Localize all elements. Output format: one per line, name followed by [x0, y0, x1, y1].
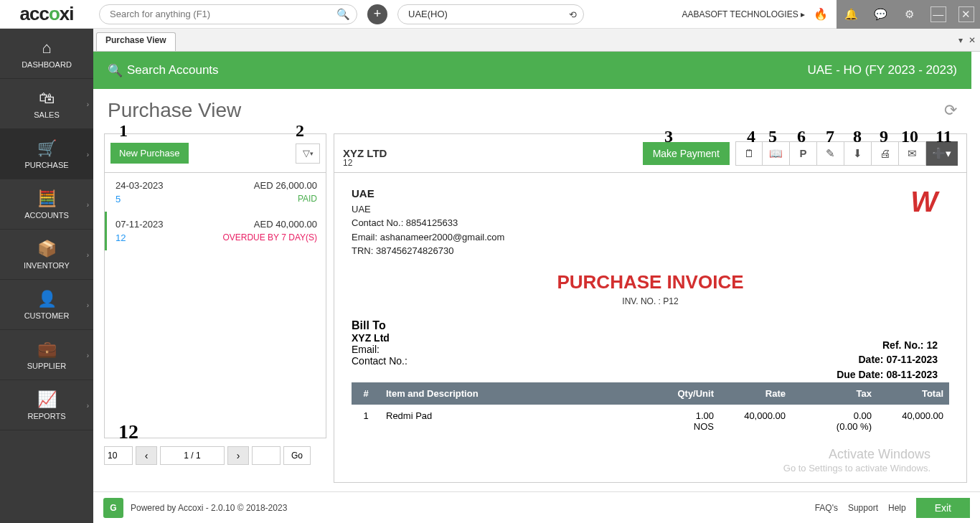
- col-total: Total: [877, 382, 949, 405]
- company-name[interactable]: AABASOFT TECHNOLOGIES ▸: [682, 9, 805, 19]
- nav-reports[interactable]: 📈REPORTS›: [0, 380, 93, 430]
- detail-header: XYZ LTD 12 3 4 5 6 7 8 9 10 11 Make Paym…: [334, 133, 967, 173]
- item-number: 12: [116, 232, 126, 243]
- chart-icon: 📈: [37, 390, 57, 409]
- item-amount: AED 40,000.00: [254, 219, 317, 230]
- new-purchase-button[interactable]: New Purchase: [110, 143, 189, 164]
- ref-no: Ref. No.: 12: [837, 338, 938, 352]
- windows-watermark: Activate Windows Go to Settings to activ…: [783, 446, 930, 475]
- page-jump-input[interactable]: [252, 446, 281, 465]
- support-link[interactable]: Support: [848, 503, 878, 513]
- list-item[interactable]: 24-03-2023AED 26,000.00 5PAID: [105, 173, 326, 212]
- search-icon[interactable]: 🔍: [336, 8, 350, 21]
- detail-actions: Make Payment 🗒 📖 P ✎ ⬇ 🖨 ✉ ➕▾: [643, 141, 958, 166]
- company-country: UAE: [352, 202, 949, 217]
- make-payment-button[interactable]: Make Payment: [643, 142, 730, 165]
- item-date: 24-03-2023: [116, 180, 164, 191]
- nav-label: SALES: [34, 110, 59, 119]
- home-icon: ⌂: [42, 39, 51, 57]
- faq-link[interactable]: FAQ's: [815, 503, 838, 513]
- tab-close-icon[interactable]: ✕: [969, 35, 976, 45]
- nav-accounts[interactable]: 🧮ACCOUNTS›: [0, 179, 93, 230]
- refresh-icon[interactable]: ⟳: [944, 101, 957, 120]
- item-status: PAID: [298, 194, 317, 204]
- fiscal-year-label: UAE - HO (FY 2023 - 2023): [808, 63, 958, 77]
- powered-by: Powered by Accoxi - 2.0.10 © 2018-2023: [131, 503, 287, 513]
- nav-supplier[interactable]: 💼SUPPLIER›: [0, 330, 93, 380]
- prev-page-button[interactable]: ‹: [136, 446, 157, 465]
- edit-icon[interactable]: ✎: [817, 141, 844, 166]
- bag-icon: 🛍: [39, 89, 55, 108]
- nav-label: CUSTOMER: [24, 311, 70, 320]
- help-link[interactable]: Help: [888, 503, 906, 513]
- table-row: 1 Redmi Pad 1.00 NOS 40,000.00 0.00 (0.0…: [352, 405, 949, 438]
- page-indicator[interactable]: [160, 446, 225, 465]
- nav-sales[interactable]: 🛍SALES›: [0, 79, 93, 129]
- briefcase-icon: 💼: [37, 340, 57, 359]
- refresh-icon[interactable]: ⟲: [569, 9, 577, 20]
- nav-label: DASHBOARD: [22, 60, 72, 69]
- email-icon[interactable]: ✉: [899, 141, 926, 166]
- pdf-icon[interactable]: ⬇: [844, 141, 872, 166]
- cell-tax: 0.00 (0.00 %): [791, 405, 877, 438]
- book-icon[interactable]: 📖: [763, 141, 790, 166]
- print-icon[interactable]: 🖨: [872, 141, 899, 166]
- chat-icon[interactable]: 💬: [872, 6, 889, 23]
- bell-icon[interactable]: 🔔: [842, 6, 859, 23]
- detail-body: W UAE UAE Contact No.: 8854125633 Email:…: [334, 173, 967, 483]
- minimize-icon[interactable]: —: [930, 6, 946, 22]
- cell-qty: 1.00 NOS: [655, 405, 720, 438]
- box-icon: 📦: [37, 240, 57, 258]
- flame-icon: 🔥: [812, 6, 829, 23]
- tab-purchase-view[interactable]: Purchase View: [96, 32, 176, 51]
- filter-icon: ▽: [303, 148, 310, 159]
- footer-logo: G: [103, 498, 123, 518]
- search-accounts-icon[interactable]: 🔍: [108, 63, 123, 78]
- close-icon[interactable]: ✕: [958, 6, 974, 22]
- green-header: 🔍 Search Accounts UAE - HO (FY 2023 - 20…: [93, 52, 971, 89]
- list-item[interactable]: 07-11-2023AED 40,000.00 12OVERDUE BY 7 D…: [105, 212, 326, 250]
- purchase-list: 24-03-2023AED 26,000.00 5PAID 07-11-2023…: [104, 173, 326, 438]
- filter-button[interactable]: ▽▾: [296, 143, 320, 164]
- tab-dropdown-icon[interactable]: ▾: [958, 35, 963, 45]
- page-size-select[interactable]: [104, 446, 133, 465]
- invoice-number-small: 12: [343, 158, 352, 168]
- go-button[interactable]: Go: [283, 446, 311, 465]
- page-title: Purchase View: [108, 99, 241, 122]
- invoice-date: Date: 07-11-2023: [837, 352, 938, 367]
- gear-icon[interactable]: ⚙: [901, 6, 918, 23]
- brand-logo: W: [910, 186, 938, 218]
- next-page-button[interactable]: ›: [227, 446, 249, 465]
- chevron-right-icon: ›: [87, 301, 89, 308]
- chevron-right-icon: ›: [87, 150, 89, 158]
- item-date: 07-11-2023: [116, 219, 164, 230]
- purchase-list-panel: 1 2 New Purchase ▽▾ 24-03-2023AED 26,000…: [104, 133, 326, 483]
- title-row: Purchase View ⟳: [93, 89, 971, 132]
- col-qty: Qty/Unit: [655, 382, 720, 405]
- nav-purchase[interactable]: 🛒PURCHASE›: [0, 129, 93, 179]
- nav-label: ACCOUNTS: [24, 211, 69, 220]
- cell-desc: Redmi Pad: [380, 405, 655, 438]
- purchase-detail-panel: XYZ LTD 12 3 4 5 6 7 8 9 10 11 Make Paym…: [334, 133, 967, 483]
- list-toolbar: 1 2 New Purchase ▽▾: [104, 133, 326, 173]
- p-icon[interactable]: P: [790, 141, 817, 166]
- nav-customer[interactable]: 👤CUSTOMER›: [0, 280, 93, 330]
- nav-dashboard[interactable]: ⌂DASHBOARD: [0, 29, 93, 79]
- col-rate: Rate: [720, 382, 791, 405]
- more-actions-button[interactable]: ➕▾: [926, 141, 958, 166]
- col-index: #: [352, 382, 380, 405]
- items-table: # Item and Description Qty/Unit Rate Tax…: [352, 382, 949, 438]
- nav-label: REPORTS: [28, 412, 66, 420]
- search-accounts-label[interactable]: Search Accounts: [127, 63, 219, 77]
- item-number: 5: [116, 194, 121, 204]
- quick-add-button[interactable]: +: [367, 4, 387, 24]
- exit-button[interactable]: Exit: [916, 498, 970, 518]
- company-contact: Contact No.: 8854125633: [352, 216, 949, 230]
- chevron-right-icon: ›: [87, 401, 89, 409]
- search-input[interactable]: [99, 4, 357, 24]
- item-status: OVERDUE BY 7 DAY(S): [222, 232, 317, 243]
- nav-inventory[interactable]: 📦INVENTORY›: [0, 230, 93, 280]
- branch-input[interactable]: [397, 4, 584, 24]
- calculator-icon: 🧮: [37, 189, 57, 208]
- note-icon[interactable]: 🗒: [735, 141, 763, 166]
